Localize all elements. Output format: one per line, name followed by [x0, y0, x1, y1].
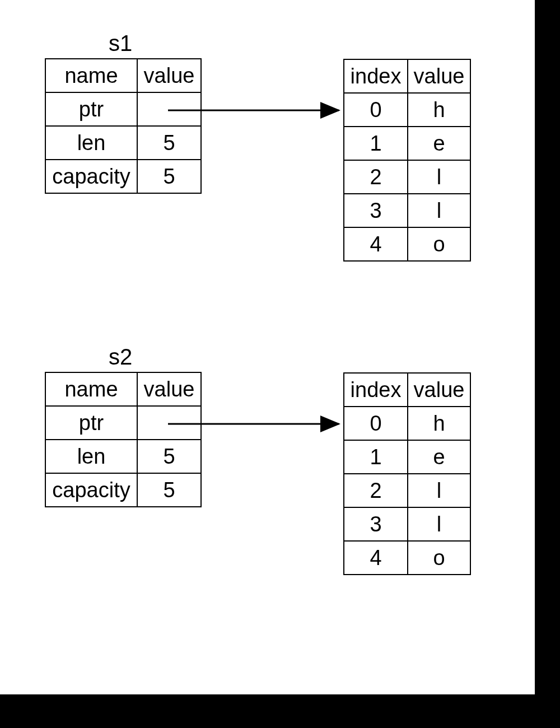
- heap-row-value: o: [408, 541, 470, 575]
- struct-row-name: capacity: [45, 160, 137, 193]
- heap-row-index: 4: [344, 227, 408, 261]
- heap-row-index: 3: [344, 194, 408, 227]
- heap-row-value: l: [408, 507, 470, 541]
- heap-s1: index value 0 h 1 e 2 l 3 l 4 o: [343, 59, 471, 262]
- heap-row-value: e: [408, 127, 470, 160]
- frame-border-bottom: [0, 694, 560, 728]
- struct-row-name: len: [45, 440, 137, 473]
- heap-header-index: index: [344, 59, 408, 93]
- struct-row-name: ptr: [45, 92, 137, 126]
- struct-row-value: 5: [137, 440, 201, 473]
- struct-header-value: value: [137, 59, 201, 92]
- struct-header-value: value: [137, 372, 201, 406]
- struct-s2-table: name value ptr len 5 capacity 5: [45, 372, 202, 507]
- struct-row-name: capacity: [45, 473, 137, 507]
- struct-row-name: len: [45, 126, 137, 160]
- heap-row-index: 1: [344, 440, 408, 474]
- struct-row-name: ptr: [45, 406, 137, 440]
- heap-row-index: 2: [344, 160, 408, 194]
- frame-border-right: [535, 0, 560, 728]
- struct-header-name: name: [45, 372, 137, 406]
- heap-row-value: l: [408, 160, 470, 194]
- pointer-arrow-s1: [168, 104, 347, 120]
- heap-row-index: 4: [344, 541, 408, 575]
- heap-row-value: h: [408, 93, 470, 127]
- struct-row-value: 5: [137, 126, 201, 160]
- heap-s2-table: index value 0 h 1 e 2 l 3 l 4 o: [343, 372, 471, 575]
- struct-row-value: 5: [137, 473, 201, 507]
- heap-row-value: l: [408, 194, 470, 227]
- heap-row-index: 1: [344, 127, 408, 160]
- heap-row-index: 0: [344, 407, 408, 440]
- heap-row-index: 2: [344, 474, 408, 507]
- struct-s2-title: s2: [45, 344, 196, 370]
- heap-row-value: l: [408, 474, 470, 507]
- heap-header-index: index: [344, 373, 408, 407]
- heap-row-index: 3: [344, 507, 408, 541]
- heap-header-value: value: [408, 373, 470, 407]
- heap-row-index: 0: [344, 93, 408, 127]
- heap-header-value: value: [408, 59, 470, 93]
- heap-s1-table: index value 0 h 1 e 2 l 3 l 4 o: [343, 59, 471, 262]
- heap-row-value: h: [408, 407, 470, 440]
- struct-s1-title: s1: [45, 31, 196, 56]
- struct-header-name: name: [45, 59, 137, 92]
- heap-row-value: e: [408, 440, 470, 474]
- pointer-arrow-s2: [168, 417, 347, 434]
- struct-s1-table: name value ptr len 5 capacity 5: [45, 58, 202, 194]
- struct-row-value: 5: [137, 160, 201, 193]
- heap-row-value: o: [408, 227, 470, 261]
- heap-s2: index value 0 h 1 e 2 l 3 l 4 o: [343, 372, 471, 575]
